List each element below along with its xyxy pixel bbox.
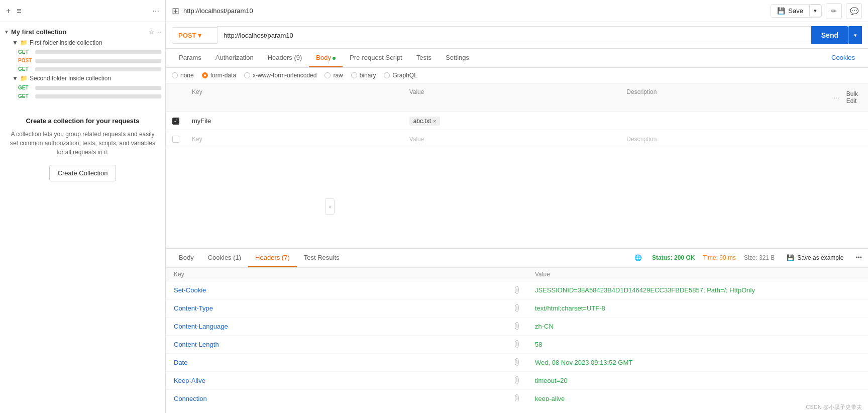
radio-graphql[interactable]: GraphQL	[384, 72, 417, 79]
collection-more-icon[interactable]: ···	[156, 29, 161, 36]
request-bar: POST ▾ Send ▾	[166, 22, 868, 49]
resp-key-cell: Date	[166, 355, 507, 370]
tab-headers[interactable]: Headers (9)	[261, 49, 309, 67]
request-item[interactable]: POST	[0, 56, 165, 65]
resp-value-cell: timeout=20	[527, 373, 868, 388]
request-item[interactable]: GET	[0, 83, 165, 92]
response-section: Body Cookies (1) Headers (7) Test Result…	[166, 248, 868, 414]
table-header: Key Value Description ··· Bulk Edit	[166, 83, 868, 112]
sidebar-topbar: + ≡ ···	[0, 0, 165, 22]
bulk-edit-button[interactable]: Bulk Edit	[842, 88, 862, 107]
status-badge: Status: 200 OK	[652, 254, 695, 261]
send-dropdown-button[interactable]: ▾	[848, 26, 862, 44]
row-actions	[838, 119, 868, 123]
description-column-header: Description	[620, 86, 838, 109]
checkbox-cell	[166, 116, 186, 127]
radio-form-data[interactable]: form-data	[202, 72, 236, 79]
resp-value-header: Value	[527, 268, 868, 281]
radio-raw[interactable]: raw	[324, 72, 343, 79]
resp-tab-headers[interactable]: Headers (7)	[248, 249, 297, 267]
key-cell: myFile	[186, 115, 403, 127]
resp-row-0: Set-Cookie i JSESSIONID=38A58423B4D1D146…	[166, 281, 868, 299]
value-cell: abc.txt ×	[403, 115, 621, 128]
empty-description-cell[interactable]: Description	[620, 134, 838, 145]
info-icon[interactable]: i	[515, 340, 519, 348]
topbar-actions: 💾 Save ▾ ✏ 💬	[771, 3, 862, 19]
filter-icon[interactable]: ≡	[17, 7, 21, 16]
empty-checkbox-cell	[166, 134, 186, 145]
folder-item[interactable]: ▼ 📁 Second folder inside collection	[0, 73, 165, 83]
table-row-empty: Key Value Description	[166, 130, 868, 148]
request-item[interactable]: GET	[0, 65, 165, 73]
request-item[interactable]: GET	[0, 48, 165, 56]
empty-row-actions	[838, 137, 868, 141]
resp-key-cell: Set-Cookie	[166, 282, 507, 298]
info-icon[interactable]: i	[515, 286, 519, 294]
create-collection-button[interactable]: Create Collection	[49, 165, 117, 181]
response-more-button[interactable]: •••	[855, 254, 862, 261]
chevron-down-icon: ▼	[12, 39, 18, 46]
tab-pre-request[interactable]: Pre-request Script	[343, 49, 409, 67]
tab-cookies[interactable]: Cookies	[824, 49, 862, 67]
folder-name: Second folder inside collection	[30, 75, 111, 82]
topbar: ⊞ http://localhost/param10 💾 Save ▾ ✏ 💬	[166, 0, 868, 22]
resp-tab-body[interactable]: Body	[172, 249, 201, 267]
resp-row-4: Date i Wed, 08 Nov 2023 09:13:52 GMT	[166, 354, 868, 372]
row-checkbox[interactable]	[172, 118, 179, 125]
folder-icon: 📁	[20, 39, 28, 46]
tab-settings[interactable]: Settings	[439, 49, 476, 67]
empty-row-checkbox[interactable]	[172, 136, 179, 143]
empty-value-cell[interactable]: Value	[403, 134, 621, 145]
info-icon[interactable]: i	[515, 304, 519, 312]
resp-tab-cookies[interactable]: Cookies (1)	[201, 249, 248, 267]
resp-row-3: Content-Length i 58	[166, 336, 868, 354]
method-select[interactable]: POST ▾	[172, 27, 217, 44]
radio-none[interactable]: none	[172, 72, 194, 79]
info-icon[interactable]: i	[515, 394, 519, 401]
watermark: CSDN @小黑子史带夫	[166, 401, 868, 413]
empty-key-cell[interactable]: Key	[186, 134, 403, 145]
star-icon[interactable]: ☆	[149, 29, 154, 36]
resp-row-5: Keep-Alive i timeout=20	[166, 372, 868, 390]
tab-body[interactable]: Body	[309, 49, 343, 67]
radio-binary[interactable]: binary	[351, 72, 376, 79]
method-tag: GET	[18, 85, 32, 90]
method-tag: GET	[18, 66, 32, 72]
radio-circle-graphql	[384, 72, 390, 78]
url-input[interactable]	[217, 26, 811, 44]
resp-row-1: Content-Type i text/html;charset=UTF-8	[166, 299, 868, 318]
collection-header[interactable]: ▼ My first collection ☆ ···	[0, 26, 165, 38]
tab-tests[interactable]: Tests	[409, 49, 439, 67]
info-icon[interactable]: i	[515, 322, 519, 330]
add-icon[interactable]: +	[6, 7, 11, 16]
chevron-icon: ▼	[4, 29, 9, 35]
send-button[interactable]: Send	[811, 26, 848, 44]
save-button[interactable]: 💾 Save	[771, 5, 809, 17]
folder-name: First folder inside collection	[30, 39, 102, 46]
folder-item[interactable]: ▼ 📁 First folder inside collection	[0, 38, 165, 48]
response-meta: 🌐 Status: 200 OK Time: 90 ms Size: 321 B…	[634, 252, 862, 263]
comment-icon-button[interactable]: 💬	[846, 3, 862, 19]
radio-urlencoded[interactable]: x-www-form-urlencoded	[244, 72, 316, 79]
sidebar-collapse-button[interactable]: ›	[325, 198, 335, 215]
sidebar-more-icon[interactable]: ···	[153, 7, 159, 16]
tab-authorization[interactable]: Authorization	[208, 49, 261, 67]
info-icon[interactable]: i	[515, 358, 519, 366]
save-dropdown-button[interactable]: ▾	[809, 5, 821, 17]
table-row: myFile abc.txt ×	[166, 112, 868, 130]
remove-file-tag-button[interactable]: ×	[433, 118, 436, 124]
more-columns-icon[interactable]: ···	[833, 93, 839, 101]
radio-circle-none	[172, 72, 178, 78]
method-label: POST	[178, 32, 196, 39]
method-tag: GET	[18, 49, 32, 55]
sidebar-promo: Create a collection for your requests A …	[0, 109, 165, 189]
info-icon[interactable]: i	[515, 376, 519, 384]
save-as-example-button[interactable]: 💾 Save as example	[783, 252, 847, 263]
response-tabs: Body Cookies (1) Headers (7) Test Result…	[166, 249, 868, 268]
edit-icon-button[interactable]: ✏	[826, 3, 842, 19]
resp-tab-test-results[interactable]: Test Results	[297, 249, 347, 267]
main-panel: ⊞ http://localhost/param10 💾 Save ▾ ✏ 💬 …	[166, 0, 868, 413]
description-cell	[620, 119, 838, 123]
tab-params[interactable]: Params	[172, 49, 208, 67]
request-item[interactable]: GET	[0, 92, 165, 100]
